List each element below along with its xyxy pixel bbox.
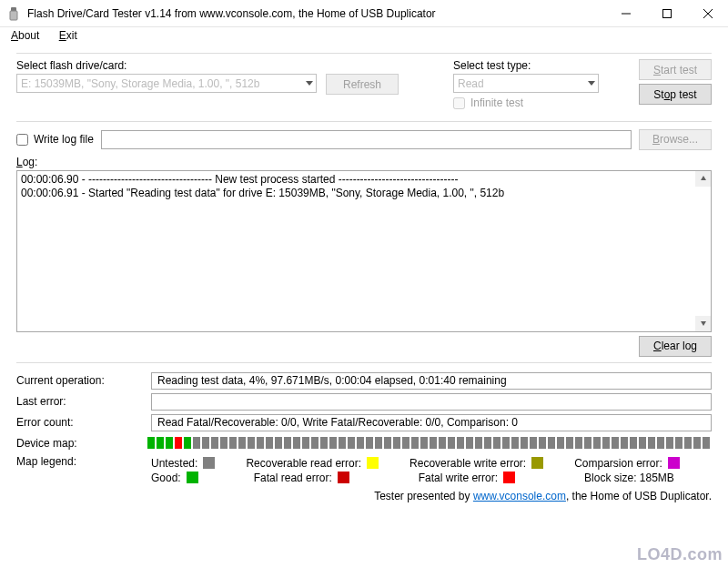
device-map-block [402,437,410,449]
device-map-block [657,437,664,449]
device-map-block [648,437,655,449]
legend-swatch-comparison [668,457,680,469]
device-map-block [521,437,528,449]
flash-select[interactable]: E: 15039MB, "Sony, Storage Media, 1.00, … [16,74,317,93]
log-file-path-input[interactable] [101,130,632,149]
device-map-block [275,437,282,449]
device-map-block [675,437,682,449]
scroll-up-icon[interactable] [695,171,711,187]
log-line: 00:00:06.91 - Started "Reading test data… [21,187,707,200]
device-map-block [457,437,464,449]
device-map-block [366,437,373,449]
flash-select-label: Select flash drive/card: [16,59,326,72]
device-map-block [666,437,673,449]
maximize-button[interactable] [646,0,687,26]
device-map-block [639,437,646,449]
device-map-block [430,437,437,449]
device-map-block [166,437,173,449]
device-map-block [257,437,264,449]
refresh-button[interactable]: Refresh [326,74,399,95]
device-map-block [612,437,619,449]
error-count-label: Error count: [16,416,144,429]
svg-rect-1 [10,11,17,20]
current-op-label: Current operation: [16,374,144,387]
device-map-block [621,437,628,449]
device-map-block [548,437,555,449]
footer-link[interactable]: www.vconsole.com [473,490,566,502]
test-type-select[interactable]: Read [453,74,599,93]
device-map-block [502,437,510,449]
write-log-checkbox[interactable]: Write log file [16,133,94,146]
device-map-block [475,437,482,449]
device-map-block [511,437,519,449]
test-type-label: Select test type: [453,59,608,72]
last-error-value [151,393,712,411]
infinite-test-input[interactable] [453,97,465,109]
device-map-block [439,437,446,449]
legend-swatch-fatal-read [338,472,349,483]
minimize-button[interactable] [605,0,646,26]
stop-test-button[interactable]: Stop test [639,84,712,105]
titlebar: Flash Drive/Card Tester v1.14 from www.v… [0,0,728,27]
device-map-block [202,437,209,449]
map-legend-row2: Good: Fatal read error: Fatal write erro… [151,472,712,484]
infinite-test-checkbox[interactable]: Infinite test [453,96,523,109]
device-map-block [229,437,237,449]
device-map-block [557,437,564,449]
device-map-block [602,437,610,449]
device-map-block [539,437,546,449]
device-map-block [593,437,601,449]
device-map-block [384,437,391,449]
device-map-block [175,437,182,449]
device-map-block [530,437,537,449]
device-map-block [411,437,419,449]
device-map-block [703,437,710,449]
close-button[interactable] [687,0,728,26]
scroll-down-icon[interactable] [695,316,711,331]
device-map-block [320,437,328,449]
log-textarea[interactable]: 00:00:06.90 - --------------------------… [16,170,712,332]
device-map-block [493,437,500,449]
device-map-block [329,437,337,449]
watermark: LO4D.com [637,545,723,564]
window-title: Flash Drive/Card Tester v1.14 from www.v… [27,7,605,20]
device-map-block [393,437,400,449]
device-map-block [266,437,273,449]
device-map-block [339,437,346,449]
device-map-block [630,437,637,449]
device-map-block [357,437,364,449]
menu-exit[interactable]: Exit [59,29,77,42]
start-test-button[interactable]: Start test [639,59,712,80]
log-line: 00:00:06.90 - --------------------------… [21,173,707,187]
device-map-block [220,437,228,449]
device-map-block [448,437,455,449]
device-map-block [311,437,318,449]
device-map-block [466,437,473,449]
app-icon [7,6,22,21]
device-map-block [348,437,355,449]
legend-swatch-fatal-write [503,472,515,483]
device-map-block [193,437,200,449]
current-op-value: Reading test data, 4%, 97.671MB/s, 0:00:… [151,372,712,390]
error-count-value: Read Fatal/Recoverable: 0/0, Write Fatal… [151,414,712,431]
device-map-block [293,437,300,449]
svg-rect-3 [662,9,671,17]
clear-log-button[interactable]: Clear log [639,336,712,357]
device-map-block [238,437,246,449]
browse-button[interactable]: Browse... [639,129,712,150]
device-map-block [184,437,191,449]
write-log-input[interactable] [16,134,28,146]
device-map-block [575,437,582,449]
device-map [147,435,712,451]
device-map-block [420,437,428,449]
device-map-block [211,437,218,449]
device-map-block [284,437,291,449]
menu-about[interactable]: About [11,29,39,42]
device-map-block [484,437,491,449]
device-map-block [566,437,573,449]
map-legend-label: Map legend: [16,455,144,468]
device-map-block [684,437,692,449]
device-map-block [147,437,155,449]
footer-credit: Tester presented by www.vconsole.com, th… [16,490,712,502]
legend-swatch-good [187,472,198,483]
